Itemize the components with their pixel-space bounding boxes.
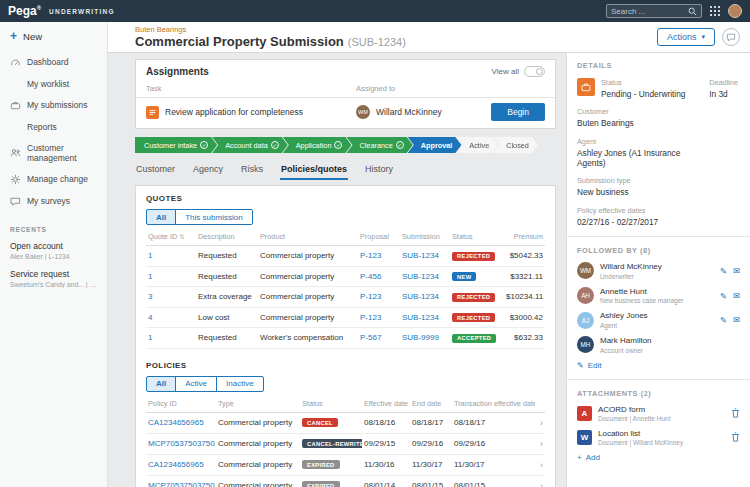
quote-id-link[interactable]: 1 (148, 272, 152, 281)
topbar-right (606, 4, 742, 18)
stage-active[interactable]: Active (456, 137, 498, 153)
submission-link[interactable]: SUB-9999 (402, 333, 439, 342)
quotes-table: Quote ID⇅ Description Product Proposal S… (146, 229, 545, 349)
edit-person-icon[interactable]: ✎ (720, 266, 727, 276)
new-case-button[interactable]: + New (0, 22, 107, 51)
stage-customer-intake[interactable]: Customer intake✓ (135, 137, 217, 153)
tab-agency[interactable]: Agency (192, 161, 224, 180)
sidebar-item-my-worklist[interactable]: My worklist (0, 73, 107, 94)
tab-history[interactable]: History (364, 161, 394, 180)
sidebar-item-reports[interactable]: Reports (0, 116, 107, 137)
quote-row[interactable]: 1 Requested Commercial property P-456 SU… (146, 266, 545, 287)
policy-id-link[interactable]: MCP70537503750 (148, 439, 215, 448)
row-expand-icon[interactable]: › (535, 433, 545, 454)
stage-account-data[interactable]: Account data✓ (212, 137, 288, 153)
page-header: Buten Bearings Commercial Property Submi… (108, 22, 750, 53)
quotes-filter-this-submission[interactable]: This submission (175, 209, 252, 225)
row-expand-icon[interactable]: › (535, 475, 545, 487)
details-panel: DETAILS Status Pending - Underwriting De… (566, 53, 750, 487)
pencil-icon: ✎ (577, 361, 584, 370)
edit-person-icon[interactable]: ✎ (720, 291, 727, 301)
submission-link[interactable]: SUB-1234 (402, 251, 439, 260)
actions-button[interactable]: Actions ▾ (657, 28, 715, 46)
quote-row[interactable]: 4 Low cost Commercial property P-123 SUB… (146, 307, 545, 328)
submission-link[interactable]: SUB-1234 (402, 272, 439, 281)
proposal-link[interactable]: P-123 (360, 313, 381, 322)
delete-attachment-icon[interactable] (731, 432, 740, 442)
sidebar-item-dashboard[interactable]: Dashboard (0, 51, 107, 73)
policy-id-link[interactable]: MCP70537503750 (148, 481, 215, 487)
policy-id-link[interactable]: CA1234656965 (148, 460, 204, 469)
edit-person-icon[interactable]: ✎ (720, 315, 727, 325)
policy-row[interactable]: CA1234656965 Commercial property EXPIRED… (146, 454, 545, 475)
policy-row[interactable]: CA1234656965 Commercial property CANCEL … (146, 412, 545, 433)
proposal-link[interactable]: P-456 (360, 272, 381, 281)
edit-followers-link[interactable]: ✎ Edit (577, 361, 740, 370)
quote-id-link[interactable]: 4 (148, 313, 152, 322)
quote-id-link[interactable]: 1 (148, 333, 152, 342)
quote-row[interactable]: 3 Extra coverage Commercial property P-1… (146, 287, 545, 308)
email-person-icon[interactable]: ✉ (733, 291, 740, 301)
row-expand-icon[interactable]: › (535, 454, 545, 475)
policy-id-link[interactable]: CA1234656965 (148, 418, 204, 427)
policy-row[interactable]: MCP70537503750 Commercial property EXPIR… (146, 475, 545, 487)
row-expand-icon[interactable]: › (535, 412, 545, 433)
recent-item-service-request[interactable]: Service request Sweeturn's Candy and... … (0, 265, 107, 293)
sidebar-item-my-submissions[interactable]: My submissions (0, 94, 107, 116)
deadline-value: In 3d (709, 89, 738, 99)
tab-policies-quotes[interactable]: Policies/quotes (280, 161, 348, 180)
search-input[interactable] (611, 7, 688, 16)
sidebar-item-customer-management[interactable]: Customer management (0, 137, 107, 168)
task-label: Review application for completeness (165, 107, 303, 117)
assignments-card: Assignments View all Task Assigned to (135, 59, 556, 129)
proposal-link[interactable]: P-123 (360, 251, 381, 260)
proposal-link[interactable]: P-567 (360, 333, 381, 342)
stage-application[interactable]: Application✓ (283, 137, 352, 153)
customer-value: Buten Bearings (577, 118, 740, 128)
status-badge: EXPIRED (302, 481, 340, 487)
submission-link[interactable]: SUB-1234 (402, 292, 439, 301)
email-person-icon[interactable]: ✉ (733, 315, 740, 325)
attachment-row: A ACORD form Document | Annette Hunt (577, 405, 740, 422)
breadcrumb[interactable]: Buten Bearings (135, 25, 406, 34)
delete-attachment-icon[interactable] (731, 408, 740, 418)
avatar: AH (577, 287, 594, 304)
stage-approval[interactable]: Approval (408, 137, 462, 153)
submission-type-value: New business (577, 187, 740, 197)
policies-filter-active[interactable]: Active (175, 376, 217, 392)
sidebar-item-manage-change[interactable]: Manage change (0, 168, 107, 190)
chevron-down-icon: ▾ (701, 33, 705, 41)
policies-filter-all[interactable]: All (146, 376, 176, 392)
user-avatar[interactable] (728, 4, 742, 18)
search-box[interactable] (606, 4, 702, 18)
add-attachment-link[interactable]: + Add (577, 453, 740, 462)
quote-row[interactable]: 1 Requested Worker's compensation P-567 … (146, 328, 545, 349)
tab-customer[interactable]: Customer (135, 161, 176, 180)
policy-dates-value: 02/27/16 - 02/27/2017 (577, 217, 740, 227)
people-icon (10, 147, 21, 158)
stage-closed[interactable]: Closed (493, 137, 538, 153)
submission-type-label: Submission type (577, 176, 740, 185)
quote-id-link[interactable]: 1 (148, 251, 152, 260)
plus-icon: + (577, 453, 582, 462)
begin-button[interactable]: Begin (491, 103, 545, 121)
stage-clearance[interactable]: Clearance✓ (346, 137, 412, 153)
view-all-toggle[interactable] (524, 66, 545, 77)
recent-item-open-account[interactable]: Open account Alex Baker | L-1234 (0, 237, 107, 265)
quote-row[interactable]: 1 Requested Commercial property P-123 SU… (146, 246, 545, 267)
email-person-icon[interactable]: ✉ (733, 266, 740, 276)
proposal-link[interactable]: P-123 (360, 292, 381, 301)
assignment-row[interactable]: Review application for completeness WM W… (136, 98, 555, 128)
policies-filter-inactive[interactable]: Inactive (216, 376, 264, 392)
check-icon: ✓ (271, 141, 279, 149)
dashboard-icon (10, 57, 21, 68)
tab-risks[interactable]: Risks (240, 161, 264, 180)
app-grid-icon[interactable] (710, 6, 720, 16)
quote-id-link[interactable]: 3 (148, 292, 152, 301)
chat-bubble-button[interactable] (722, 28, 740, 46)
policy-row[interactable]: MCP70537503750 Commercial property CANCE… (146, 433, 545, 454)
submission-link[interactable]: SUB-1234 (402, 313, 439, 322)
sidebar-item-my-surveys[interactable]: My surveys (0, 190, 107, 212)
quotes-filter-all[interactable]: All (146, 209, 176, 225)
search-icon[interactable] (688, 7, 697, 16)
